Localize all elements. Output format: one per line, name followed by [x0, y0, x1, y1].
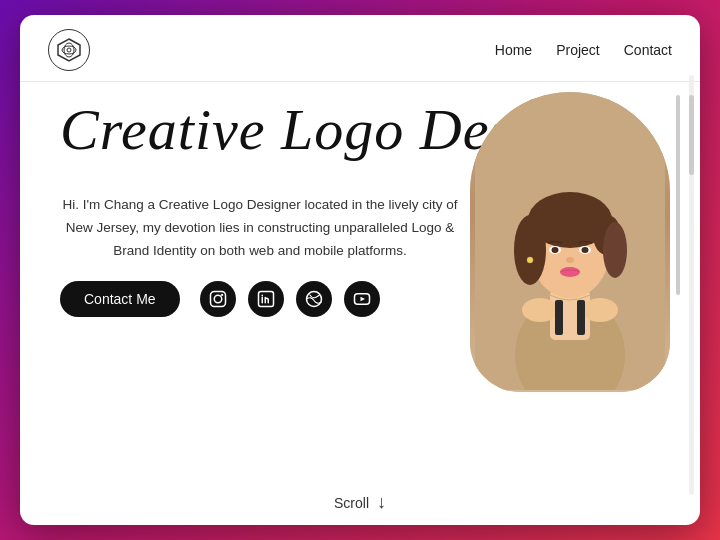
svg-point-3 [67, 48, 71, 52]
nav-links: Home Project Contact [495, 41, 672, 59]
profile-photo-inner [470, 92, 670, 392]
svg-point-19 [582, 247, 589, 253]
youtube-icon[interactable] [344, 281, 380, 317]
woman-svg [475, 95, 665, 390]
svg-point-7 [522, 298, 558, 322]
profile-photo [470, 92, 670, 392]
social-row [200, 281, 380, 317]
svg-point-1 [64, 43, 74, 57]
svg-point-20 [566, 257, 574, 263]
bio-text: Hi. I'm Chang a Creative Logo Designer l… [60, 194, 460, 263]
svg-point-18 [552, 247, 559, 253]
svg-point-15 [603, 222, 627, 278]
svg-point-25 [221, 293, 223, 295]
contact-me-button[interactable]: Contact Me [60, 281, 180, 317]
svg-point-13 [514, 215, 546, 285]
instagram-icon[interactable] [200, 281, 236, 317]
nav-contact[interactable]: Contact [624, 41, 672, 59]
scroll-down-icon: ↓ [377, 492, 386, 513]
navbar: Home Project Contact [20, 15, 700, 82]
scroll-label: Scroll [334, 495, 369, 511]
bio-section: Hi. I'm Chang a Creative Logo Designer l… [60, 194, 460, 317]
logo-svg [56, 37, 82, 63]
svg-point-27 [306, 291, 321, 306]
nav-home[interactable]: Home [495, 41, 532, 59]
linkedin-icon[interactable] [248, 281, 284, 317]
svg-marker-29 [360, 296, 365, 301]
svg-point-22 [527, 257, 533, 263]
scroll-section[interactable]: Scroll ↓ [20, 478, 700, 525]
svg-point-24 [214, 295, 222, 303]
svg-point-8 [582, 298, 618, 322]
main-content: Creative Logo Designer [20, 82, 700, 478]
actions-row: Contact Me [60, 263, 460, 317]
svg-rect-9 [555, 300, 563, 335]
svg-rect-23 [210, 291, 225, 306]
svg-rect-10 [577, 300, 585, 335]
browser-window: Home Project Contact Creative Logo Desig… [20, 15, 700, 525]
nav-project-link[interactable]: Project [556, 42, 600, 58]
nav-contact-link[interactable]: Contact [624, 42, 672, 58]
svg-point-21 [560, 267, 580, 277]
nav-project[interactable]: Project [556, 41, 600, 59]
logo-icon[interactable] [48, 29, 90, 71]
nav-home-link[interactable]: Home [495, 42, 532, 58]
svg-marker-0 [58, 39, 80, 61]
dribbble-icon[interactable] [296, 281, 332, 317]
